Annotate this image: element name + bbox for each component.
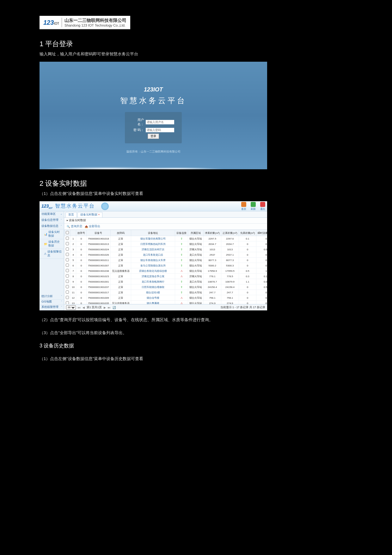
- cell: 750000001901024: [86, 247, 110, 252]
- last-page-icon[interactable]: ⏭: [108, 306, 111, 309]
- row-checkbox[interactable]: [66, 290, 69, 294]
- cell: 0: [76, 284, 86, 290]
- connection-status-icon: ⚠: [175, 274, 188, 279]
- cell: 2537: [204, 252, 221, 258]
- sidebar: 功能菜单区« 设备信息管理˅ 设备数据信息˄ 📊 设备实时数据 📁 设备历史数据…: [40, 211, 64, 310]
- page-size-select[interactable]: 20: [66, 305, 76, 310]
- table-row[interactable]: 70750000001901038无法连接服务器原烟台务段北马路综合楼⚠烟台火车…: [64, 268, 267, 274]
- row-checkbox-cell: [64, 279, 70, 284]
- next-page-icon[interactable]: ▶: [104, 306, 106, 309]
- row-checkbox[interactable]: [66, 296, 69, 299]
- device-address: 龙口车务段龙口房: [131, 252, 175, 258]
- row-checkbox[interactable]: [66, 253, 69, 256]
- table-row[interactable]: 120750000001901009正常烟台信号楼⚠烟台火车站758.1758.…: [64, 295, 267, 301]
- close-icon[interactable]: ×: [98, 213, 100, 216]
- username-input[interactable]: [146, 120, 174, 124]
- logo-icon: 123IOT: [43, 19, 59, 26]
- cell: 0: [76, 258, 86, 263]
- cell: 2034.7: [204, 241, 221, 247]
- prev-page-icon[interactable]: ◀: [83, 306, 85, 309]
- app-logo-icon: 123IOT: [41, 203, 52, 209]
- table-row[interactable]: 110750000001901017正常烟台运转1楼⇧烟台火车站247.7247…: [64, 290, 267, 295]
- sidebar-sub-realtime[interactable]: 📊 设备实时数据: [40, 229, 64, 239]
- export-all-button[interactable]: 📤 全部导出: [85, 225, 100, 228]
- table-row[interactable]: 50750000001901011正常烟台车务段烟台火车库⇧烟台火车站8077.…: [64, 258, 267, 263]
- cell: 758.1: [221, 295, 239, 301]
- row-checkbox-cell: [64, 236, 70, 241]
- cell: 1: [256, 268, 267, 274]
- table-row[interactable]: 100750000001901037正常日照车段烟台维修段⇧烟台火车站24158…: [64, 284, 267, 290]
- cell: 750000001901035: [86, 301, 110, 304]
- search-toggle-button[interactable]: 🔍 查询开启: [67, 225, 82, 228]
- cell: 24158.4: [204, 284, 221, 290]
- cell: 正常: [110, 252, 131, 258]
- login-screenshot: 123IOT 智慧水务云平台 用户名： 密 码： 登录 版权所有：山东一二三物联…: [40, 62, 267, 169]
- cell: 0: [239, 258, 256, 263]
- section-2-sub: （1）点击左侧"设备数据信息"菜单中设备实时数据可查看: [40, 191, 392, 196]
- table-row[interactable]: 80750000001901023正常济南北货场金孚公寓⚠济南火车站778.17…: [64, 274, 267, 279]
- tab-realtime-data[interactable]: 设备实时数据 ×: [77, 212, 102, 217]
- row-checkbox[interactable]: [66, 285, 69, 288]
- device-address: 烟台售票楼: [131, 301, 175, 304]
- refresh-button[interactable]: 刷新: [251, 202, 256, 211]
- app-title: 智慧水务云平台: [55, 203, 95, 209]
- table-row[interactable]: 40750000001901026正常龙口车务段龙口房⇧龙口火车站2537253…: [64, 252, 267, 258]
- logout-button[interactable]: 退出: [260, 202, 265, 211]
- cell: 0: [76, 236, 86, 241]
- cell: 750000001901007: [86, 263, 110, 268]
- cell: 17958.9: [204, 268, 221, 274]
- cell: 无法连接服务器: [110, 301, 131, 304]
- row-checkbox[interactable]: [66, 301, 69, 304]
- cell: 247.7: [204, 290, 221, 295]
- cell: 0: [256, 258, 267, 263]
- refresh-page-icon[interactable]: 🔄: [113, 306, 116, 309]
- cell: 1013: [204, 247, 221, 252]
- toolbar: 🔍 查询开启 📤 全部导出: [64, 224, 267, 230]
- table-row[interactable]: 30750000001901024正常济南生活区休闲厅房⇧济南火车站101310…: [64, 247, 267, 252]
- row-checkbox[interactable]: [66, 258, 69, 261]
- row-checkbox[interactable]: [66, 274, 69, 278]
- sidebar-item-device-mgmt[interactable]: 设备信息管理˅: [40, 217, 64, 223]
- tab-home[interactable]: 首页: [65, 212, 77, 217]
- row-checkbox[interactable]: [66, 237, 69, 240]
- device-address: 原烟台务段北马路综合楼: [131, 268, 175, 274]
- login-logo: 123IOT: [138, 77, 169, 93]
- cell: 烟台火车站: [188, 295, 204, 301]
- first-page-icon[interactable]: ⏮: [78, 306, 81, 309]
- table-row[interactable]: 20750000001901013正常日照车明换热站列车所⇧烟台火车站2034.…: [64, 241, 267, 247]
- login-button[interactable]: 登录: [148, 134, 159, 139]
- table-row[interactable]: 130750000001901035无法连接服务器烟台售票楼⚠烟台火车站274.…: [64, 301, 267, 304]
- row-checkbox-cell: [64, 252, 70, 258]
- cell: 750000001901011: [86, 258, 110, 263]
- table-row[interactable]: 90750000001901001正常龙口车务段检测例行⇧龙口火车站10878.…: [64, 279, 267, 284]
- row-checkbox[interactable]: [66, 247, 69, 251]
- row-checkbox[interactable]: [66, 269, 69, 272]
- sidebar-item-sys[interactable]: 系统权限管理˅: [40, 304, 64, 310]
- sidebar-sub-alarm[interactable]: ⚠ 设备报警信息: [40, 249, 64, 259]
- table-row[interactable]: 10750000001901018正常烟台车陵供热有限公司⇧烟台火车站2297.…: [64, 236, 267, 241]
- cell: 0.58: [256, 284, 267, 290]
- sidebar-sub-history[interactable]: 📁 设备历史数据: [40, 239, 64, 249]
- sidebar-item-device-data[interactable]: 设备数据信息˄: [40, 223, 64, 229]
- home-button[interactable]: 首页: [241, 202, 246, 211]
- cell: 17959.5: [221, 268, 239, 274]
- row-checkbox[interactable]: [66, 264, 69, 267]
- header-actions: 首页 刷新 退出: [241, 202, 265, 211]
- cell: 1013: [221, 247, 239, 252]
- row-number: 10: [70, 284, 76, 290]
- cell: 10878.7: [204, 279, 221, 284]
- cell: 5300.3: [221, 263, 239, 268]
- cell: 烟台火车站: [188, 236, 204, 241]
- row-checkbox[interactable]: [66, 242, 69, 245]
- device-address: 日照车明换热站列车所: [131, 241, 175, 247]
- cell: 5300.2: [204, 263, 221, 268]
- select-all-checkbox[interactable]: [66, 231, 69, 234]
- table-row[interactable]: 60750000001901007正常青岛公安段烟台派出所⇧烟台火车站5300.…: [64, 263, 267, 268]
- cell: 济南火车站: [188, 274, 204, 279]
- row-checkbox[interactable]: [66, 280, 69, 283]
- password-input[interactable]: [146, 128, 174, 132]
- row-number: 7: [70, 268, 76, 274]
- sidebar-item-menu[interactable]: 功能菜单区«: [40, 211, 64, 217]
- row-number: 4: [70, 252, 76, 258]
- cell: 0: [76, 263, 86, 268]
